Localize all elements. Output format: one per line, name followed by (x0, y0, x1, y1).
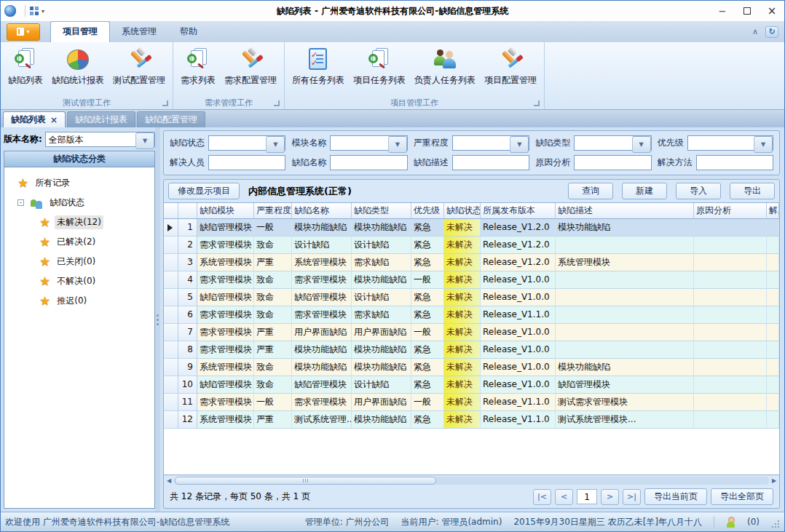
tree-item-unresolved[interactable]: ★未解决(12) (4, 213, 154, 232)
column-header[interactable]: 所属发布版本 (481, 203, 556, 219)
dialog-launcher-icon[interactable] (534, 100, 540, 106)
minimize-button[interactable]: − (710, 1, 735, 21)
splitter-handle[interactable] (155, 127, 160, 512)
filter-combo-module-name[interactable]: ▼ (330, 135, 407, 151)
pager-next-button[interactable]: > (601, 489, 619, 505)
chevron-down-icon[interactable]: ▼ (510, 136, 529, 153)
table-row[interactable]: 2需求管理模块致命设计缺陷设计缺陷紧急未解决Release_V1.2.0 (164, 237, 779, 254)
tree-expand-icon[interactable]: - (17, 199, 24, 206)
table-row[interactable]: 1缺陷管理模块一般模块功能缺陷模块功能缺陷紧急未解决Release_V1.2.0… (164, 219, 779, 237)
close-button[interactable]: × (760, 1, 784, 21)
ribbon-button-owner-task-list[interactable]: 负责人任务列表 (410, 44, 480, 89)
column-header[interactable]: 原因分析 (694, 203, 767, 219)
ribbon-button-defect-list[interactable]: 缺陷列表 (4, 44, 47, 89)
filter-combo-severity[interactable]: ▼ (452, 135, 529, 151)
tree-item-all-records[interactable]: ★所有记录 (4, 173, 154, 193)
table-row[interactable]: 4需求管理模块致命需求管理模块模块功能缺陷一般未解决Release_V1.0.0 (164, 271, 779, 289)
resize-grip[interactable] (771, 520, 780, 528)
query-button[interactable]: 查询 (568, 183, 613, 199)
table-cell: 严重 (254, 341, 292, 359)
chevron-down-icon[interactable]: ▼ (135, 132, 154, 149)
table-row[interactable]: 10缺陷管理模块致命缺陷管理模块设计缺陷紧急未解决Release_V1.0.0缺… (164, 376, 779, 394)
chevron-down-icon[interactable]: ▼ (388, 136, 407, 153)
dialog-launcher-icon[interactable] (162, 100, 168, 106)
maximize-button[interactable] (735, 1, 760, 21)
table-row[interactable]: 8需求管理模块严重模块功能缺陷模块功能缺陷紧急未解决Release_V1.0.0 (164, 341, 779, 359)
export-current-page-button[interactable]: 导出当前页 (644, 488, 707, 505)
filter-input-solution[interactable] (696, 155, 773, 170)
ribbon-button-requirement-list[interactable]: 需求列表 (176, 44, 220, 89)
ribbon-collapse-icon[interactable]: ∧ (752, 28, 758, 36)
column-header[interactable]: 严重程度 (254, 203, 292, 219)
column-header[interactable]: 缺陷描述 (556, 203, 694, 219)
new-button[interactable]: 新建 (622, 183, 667, 199)
dialog-launcher-icon[interactable] (274, 100, 280, 106)
chevron-down-icon[interactable]: ▼ (632, 136, 651, 153)
pager-first-button[interactable]: |< (533, 489, 551, 505)
ribbon-button-defect-report[interactable]: 缺陷统计报表 (47, 44, 109, 89)
quick-access-dropdown-icon[interactable]: ▾ (42, 8, 44, 15)
table-row[interactable]: 3系统管理模块严重系统管理模块需求缺陷紧急未解决Release_V1.2.0系统… (164, 254, 779, 271)
document-tab-bar: 缺陷列表×缺陷统计报表缺陷配置管理 (1, 110, 784, 127)
column-header[interactable] (178, 203, 197, 219)
column-header[interactable]: 缺陷模块 (197, 203, 254, 219)
help-icon[interactable]: ↻ (765, 26, 778, 38)
tree-item-defect-status[interactable]: -缺陷状态 (4, 193, 154, 213)
tree-item-closed[interactable]: ★已关闭(0) (4, 252, 154, 271)
filter-input-defect-name[interactable] (330, 155, 407, 170)
maximize-icon (743, 7, 751, 15)
ribbon-button-requirement-config[interactable]: 需求配置管理 (220, 44, 281, 89)
filter-input-cause-analysis[interactable] (574, 155, 651, 170)
ribbon-button-project-task-list[interactable]: 项目任务列表 (349, 44, 410, 89)
column-header[interactable]: 优先级 (411, 203, 444, 219)
tree-item-wont-fix[interactable]: ★不解决(0) (4, 271, 154, 291)
ribbon-button-all-task-list[interactable]: 所有任务列表 (288, 44, 349, 89)
filter-input-defect-desc[interactable] (452, 155, 529, 170)
scroll-left-icon[interactable]: ◀ (165, 477, 173, 484)
ribbon-tab-system[interactable]: 系统管理 (110, 22, 168, 42)
scrollbar-thumb[interactable] (175, 477, 436, 485)
version-combobox[interactable]: 全部版本 ▼ (45, 132, 155, 147)
table-row[interactable]: 5缺陷管理模块致命缺陷管理模块设计缺陷紧急未解决Release_V1.0.0 (164, 289, 779, 306)
scrollbar-track[interactable] (174, 477, 769, 485)
chevron-down-icon[interactable]: ▼ (266, 136, 285, 153)
column-header[interactable]: 缺陷状态 (444, 203, 481, 219)
ribbon-button-test-config[interactable]: 测试配置管理 (109, 44, 170, 89)
horizontal-scrollbar[interactable]: ◀ ▶ (164, 475, 779, 485)
export-button[interactable]: 导出 (730, 183, 775, 199)
table-row[interactable]: 11需求管理模块一般需求管理模块用户界面缺陷一般未解决Release_V1.1.… (164, 394, 779, 411)
scroll-right-icon[interactable]: ▶ (770, 477, 778, 484)
column-header[interactable]: 解决方法 (767, 203, 779, 219)
import-button[interactable]: 导入 (676, 183, 721, 199)
column-header[interactable] (164, 203, 178, 219)
column-header[interactable]: 缺陷名称 (292, 203, 352, 219)
filter-input-resolver[interactable] (208, 155, 285, 170)
doctab-defect-config[interactable]: 缺陷配置管理 (137, 111, 205, 127)
close-icon[interactable]: × (50, 115, 58, 125)
modify-columns-button[interactable]: 修改显示项目 (168, 183, 240, 199)
column-header[interactable]: 缺陷类型 (352, 203, 411, 219)
tree-item-resolved[interactable]: ★已解决(2) (4, 232, 154, 252)
ribbon-tab-project[interactable]: 项目管理 (50, 21, 110, 42)
table-row[interactable]: 6需求管理模块致命需求管理模块需求缺陷紧急未解决Release_V1.1.0 (164, 306, 779, 324)
filter-combo-defect-type[interactable]: ▼ (574, 135, 651, 151)
pager-prev-button[interactable]: < (555, 489, 573, 505)
export-all-pages-button[interactable]: 导出全部页 (711, 488, 773, 505)
filter-combo-priority[interactable]: ▼ (687, 135, 773, 151)
tree-item-postponed[interactable]: ★推迟(0) (4, 291, 154, 311)
doctab-defect-list[interactable]: 缺陷列表× (3, 111, 66, 127)
quick-access-icon[interactable] (30, 7, 39, 16)
row-marker-cell (164, 289, 178, 306)
filter-combo-defect-status[interactable]: ▼ (208, 135, 285, 151)
current-user-label: 当前用户: 管理员(admin) (401, 516, 502, 528)
app-menu-button[interactable]: ▾ (7, 23, 40, 41)
table-row[interactable]: 9系统管理模块致命模块功能缺陷模块功能缺陷紧急未解决Release_V1.0.0… (164, 359, 779, 376)
table-row[interactable]: 7需求管理模块严重用户界面缺陷用户界面缺陷一般未解决Release_V1.0.0 (164, 324, 779, 341)
pager-page-input[interactable] (577, 489, 597, 504)
chevron-down-icon[interactable]: ▼ (754, 136, 773, 153)
table-row[interactable]: 12系统管理模块严重测试系统管理...模块功能缺陷紧急未解决Release_V1… (164, 411, 779, 429)
ribbon-button-project-config[interactable]: 项目配置管理 (480, 44, 541, 89)
pager-last-button[interactable]: >| (623, 489, 641, 505)
doctab-defect-report[interactable]: 缺陷统计报表 (67, 111, 135, 127)
ribbon-tab-help[interactable]: 帮助 (168, 22, 209, 42)
